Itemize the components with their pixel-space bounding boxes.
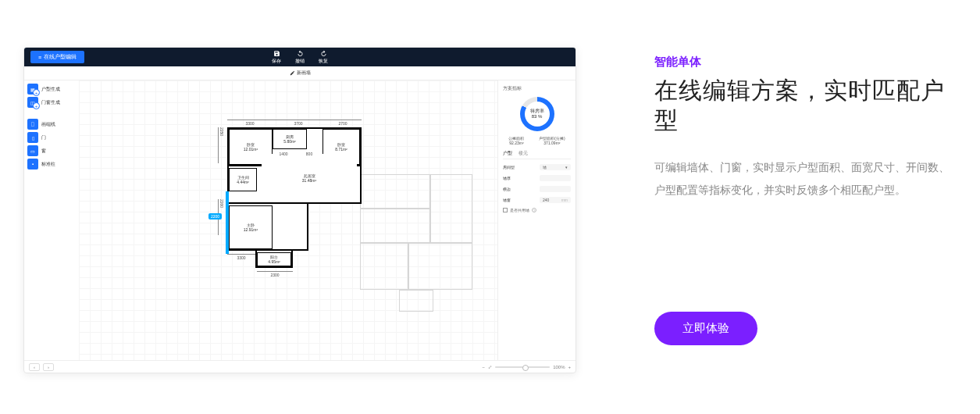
shared-wall-checkbox[interactable]: 是否共用墙 ? [503,208,571,212]
field-label: 房间型 [503,165,515,170]
next-button[interactable]: › [43,363,54,371]
app-mode-badge[interactable]: ≡ 在线户型编辑 [30,51,84,63]
chevron-down-icon: ▾ [565,165,568,170]
floorplan: 3300 3700 2700 2250 2200 卧室 12.01m² [227,127,368,276]
sidebar-item-floorplan-gen[interactable]: ▦ 户型生成 [27,84,76,95]
zoom-in-button[interactable]: + [568,365,571,369]
room-type-select[interactable]: 墙▾ [540,164,571,170]
column-tool-icon: ▪ [27,159,38,170]
cta-button[interactable]: 立即体验 [654,312,757,345]
dimension-label: 2250 [218,127,224,163]
metrics: 公摊面积 92.23m² 户型面积(分摊) 371.09m² [503,136,571,145]
headline: 在线编辑方案，实时匹配户型 [654,76,957,134]
room-area: 8.71m² [335,147,347,152]
undo-icon [297,50,304,57]
app-subbar: 新画墙 [24,66,576,80]
sidebar-tool-label: 门 [41,134,46,141]
width-input[interactable]: 240mm [540,197,571,203]
tab-unit[interactable]: 户型 [503,150,512,157]
field-label: 墙厚 [503,176,511,180]
sidebar-tool-door[interactable]: ▯ 门 [27,132,76,143]
help-icon[interactable]: ? [532,208,536,212]
select-value: 墙 [543,165,547,170]
app-body: ▦ 户型生成 ◫ 门窗生成 ⎕ 画端线 ▯ 门 ▭ 窗 [24,80,576,360]
checkbox-label: 是否共用墙 [510,208,529,212]
room-area: 12.01m² [244,147,258,152]
dimension-label: 2700 [324,120,362,126]
dimension-label: 2300 [257,271,293,277]
field-width: 墙窗 240mm [503,197,571,203]
sidebar-item-label: 户型生成 [41,86,60,93]
gauge: 得房率 83 % [503,97,571,131]
field-label: 墙窗 [503,198,511,202]
field-label: 横边 [503,187,511,191]
window-tool-icon: ▭ [27,145,38,156]
panel-tabs: 户型 楼元 [503,150,571,159]
sidebar-tool-label: 画端线 [41,121,55,128]
nav-chips: ‹ › [29,363,54,371]
description: 可编辑墙体、门窗，实时显示户型面积、面宽尺寸、开间数、户型配置等指标变化，并实时… [654,156,957,202]
line-tool-icon: ⎕ [27,119,38,130]
save-button[interactable]: 保存 [272,50,281,65]
pencil-icon [290,70,295,76]
room-master[interactable]: 主卧 12.91m² [229,205,273,249]
door-tool-icon: ▯ [27,132,38,143]
dimension-label: 3300 [227,254,255,260]
dimension-label: 3700 [273,120,324,126]
app-mode-label: 在线户型编辑 [44,53,77,61]
toolbar-label: 恢复 [319,58,328,65]
sidebar-tool-label: 窗 [41,148,46,155]
field-align: 横边 [503,186,571,192]
room-kitchen[interactable]: 厨房 5.80m² [273,129,307,149]
tab-building[interactable]: 楼元 [519,150,528,157]
room-living[interactable]: 起居室 31.48m² [262,154,357,202]
toolbar-center: 保存 撤销 恢复 [272,50,328,65]
align-input[interactable] [540,186,571,192]
dimension-label: 1400 [274,151,293,156]
ghost-grid [360,159,501,307]
sidebar-tool-window[interactable]: ▭ 窗 [27,145,76,156]
dimension-label: 3300 [227,120,273,126]
zoom-out-button[interactable]: − [483,365,486,369]
metric-value: 371.09m² [539,141,565,145]
room-area: 5.80m² [283,139,296,144]
room-area: 12.91m² [244,227,258,232]
donut-chart: 得房率 83 % [520,97,554,131]
draw-wall-tool[interactable]: 新画墙 [285,69,315,77]
door-window-gen-icon: ◫ [27,97,38,108]
metric-value: 92.23m² [508,141,524,145]
toolbar-label: 保存 [272,58,281,65]
marketing-copy: 智能单体 在线编辑方案，实时匹配户型 可编辑墙体、门窗，实时显示户型面积、面宽尺… [654,47,957,373]
gauge-label: 得房率 [530,109,544,114]
sidebar-item-door-window-gen[interactable]: ◫ 门窗生成 [27,97,76,108]
list-icon: ≡ [38,55,41,60]
sidebar-tool-label: 标准柱 [41,161,55,168]
field-wall-thick: 墙厚 [503,175,571,181]
field-room-type: 房间型 墙▾ [503,164,571,170]
panel-title: 方案指标 [503,85,571,92]
room-area: 4.95m² [268,259,280,264]
selected-wall[interactable] [226,191,229,254]
thick-input[interactable] [540,175,571,181]
zoom-value: 100% [553,365,565,369]
toolbar-label: 撤销 [295,58,305,65]
undo-button[interactable]: 撤销 [295,50,305,65]
properties-panel: 方案指标 得房率 83 % 公摊面积 92.23m² 户 [497,80,576,360]
room-area: 4.44m² [237,180,249,184]
redo-button[interactable]: 恢复 [319,50,328,65]
room-balcony[interactable]: 阳台 4.95m² [257,252,291,266]
checkbox-icon [503,208,508,212]
editor-app-preview: ≡ 在线户型编辑 保存 撤销 恢复 新画 [23,47,576,373]
prev-button[interactable]: ‹ [29,363,40,371]
zoom-slider[interactable] [495,366,550,368]
save-icon [273,50,280,57]
room-bath[interactable]: 卫生间 4.44m² [229,168,257,191]
sidebar-tool-column[interactable]: ▪ 标准柱 [27,159,76,170]
input-value: 240 [543,198,549,202]
fit-screen-button[interactable]: ⤢ [488,364,492,369]
redo-icon [320,50,327,57]
unit-label: mm [561,198,568,202]
app-footer: ‹ › − ⤢ 100% + [24,360,576,373]
sidebar-tool-line[interactable]: ⎕ 画端线 [27,119,76,130]
plan-canvas[interactable]: 3300 3700 2700 2250 2200 卧室 12.01m² [79,80,497,360]
